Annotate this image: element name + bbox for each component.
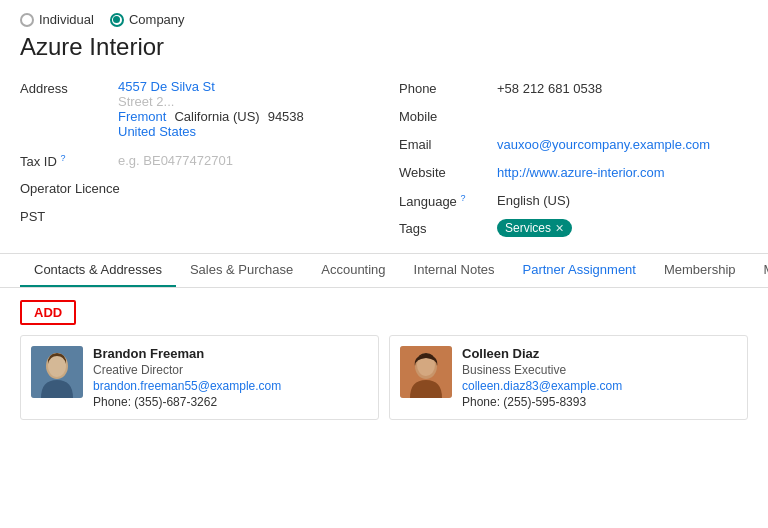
tag-label: Services	[505, 221, 551, 235]
language-label: Language ?	[399, 191, 489, 209]
tab-accounting[interactable]: Accounting	[307, 254, 399, 287]
email-value[interactable]: vauxoo@yourcompany.example.com	[497, 135, 710, 152]
address-city-row: Fremont California (US) 94538	[118, 109, 304, 124]
address-line1: 4557 De Silva St	[118, 79, 304, 94]
contact-phone-brandon: Phone: (355)-687-3262	[93, 395, 281, 409]
pst-row: PST	[20, 207, 369, 229]
tax-id-label: Tax ID ?	[20, 151, 110, 169]
language-row: Language ? English (US)	[399, 191, 748, 213]
contact-role-colleen: Business Executive	[462, 363, 622, 377]
tab-internal-notes[interactable]: Internal Notes	[400, 254, 509, 287]
website-value[interactable]: http://www.azure-interior.com	[497, 163, 665, 180]
address-country: United States	[118, 124, 304, 139]
mobile-label: Mobile	[399, 107, 489, 124]
mobile-row: Mobile	[399, 107, 748, 129]
email-row: Email vauxoo@yourcompany.example.com	[399, 135, 748, 157]
address-row: Address 4557 De Silva St Street 2... Fre…	[20, 79, 369, 139]
contact-info-colleen: Colleen Diaz Business Executive colleen.…	[462, 346, 622, 409]
tab-contacts[interactable]: Contacts & Addresses	[20, 254, 176, 287]
contact-phone-colleen: Phone: (255)-595-8393	[462, 395, 622, 409]
email-label: Email	[399, 135, 489, 152]
company-label: Company	[129, 12, 185, 27]
tags-label: Tags	[399, 219, 489, 236]
individual-label: Individual	[39, 12, 94, 27]
address-zip: 94538	[268, 109, 304, 124]
phone-value: +58 212 681 0538	[497, 79, 602, 96]
avatar-colleen	[400, 346, 452, 398]
contact-info-brandon: Brandon Freeman Creative Director brando…	[93, 346, 281, 409]
operator-licence-row: Operator Licence	[20, 179, 369, 201]
tab-mx-edi[interactable]: MX EDI	[750, 254, 769, 287]
company-radio[interactable]	[110, 13, 124, 27]
entity-type-selector: Individual Company	[20, 12, 748, 27]
tags-row: Tags Services ✕	[399, 219, 748, 241]
address-city: Fremont	[118, 109, 166, 124]
tab-content-contacts: ADD Brandon Freeman Creative Dire	[20, 288, 748, 432]
website-label: Website	[399, 163, 489, 180]
tabs-row: Contacts & Addresses Sales & Purchase Ac…	[0, 253, 768, 288]
contacts-grid: Brandon Freeman Creative Director brando…	[20, 335, 748, 420]
page-title: Azure Interior	[20, 33, 748, 61]
tab-membership[interactable]: Membership	[650, 254, 750, 287]
tax-id-value: e.g. BE0477472701	[118, 151, 233, 168]
left-form-section: Address 4557 De Silva St Street 2... Fre…	[20, 79, 369, 241]
address-label: Address	[20, 79, 110, 96]
tag-remove-icon[interactable]: ✕	[555, 222, 564, 235]
contact-card-colleen[interactable]: Colleen Diaz Business Executive colleen.…	[389, 335, 748, 420]
phone-label: Phone	[399, 79, 489, 96]
tax-id-row: Tax ID ? e.g. BE0477472701	[20, 151, 369, 173]
services-tag[interactable]: Services ✕	[497, 219, 572, 237]
contact-email-brandon[interactable]: brandon.freeman55@example.com	[93, 379, 281, 393]
address-block: 4557 De Silva St Street 2... Fremont Cal…	[118, 79, 304, 139]
tab-partner-assignment[interactable]: Partner Assignment	[509, 254, 650, 287]
contact-name-brandon: Brandon Freeman	[93, 346, 281, 361]
language-value: English (US)	[497, 191, 570, 208]
company-option[interactable]: Company	[110, 12, 185, 27]
address-line2: Street 2...	[118, 94, 304, 109]
website-row: Website http://www.azure-interior.com	[399, 163, 748, 185]
right-form-section: Phone +58 212 681 0538 Mobile Email vaux…	[399, 79, 748, 241]
avatar-brandon	[31, 346, 83, 398]
individual-radio[interactable]	[20, 13, 34, 27]
contact-email-colleen[interactable]: colleen.diaz83@example.com	[462, 379, 622, 393]
contact-name-colleen: Colleen Diaz	[462, 346, 622, 361]
contact-card-brandon[interactable]: Brandon Freeman Creative Director brando…	[20, 335, 379, 420]
tab-sales[interactable]: Sales & Purchase	[176, 254, 307, 287]
contact-role-brandon: Creative Director	[93, 363, 281, 377]
pst-label: PST	[20, 207, 110, 224]
add-button[interactable]: ADD	[20, 300, 76, 325]
individual-option[interactable]: Individual	[20, 12, 94, 27]
phone-row: Phone +58 212 681 0538	[399, 79, 748, 101]
operator-licence-label: Operator Licence	[20, 179, 120, 196]
address-state: California (US)	[174, 109, 259, 124]
form-grid: Address 4557 De Silva St Street 2... Fre…	[20, 79, 748, 241]
